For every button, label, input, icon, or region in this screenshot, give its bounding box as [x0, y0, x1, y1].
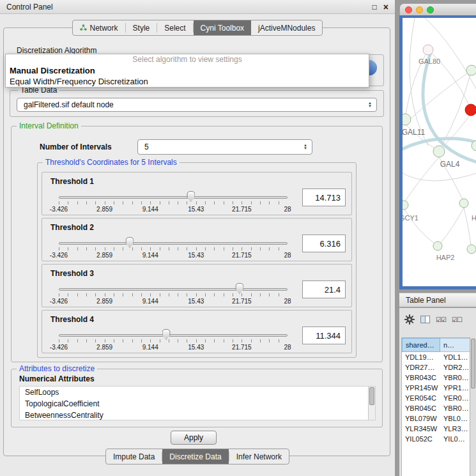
scale-label: 2.859 [96, 298, 112, 305]
tab-select[interactable]: Select [157, 20, 192, 35]
network-graph[interactable]: GAL80 GAL11 GAL4 GCY1 HAP2 H [403, 18, 476, 286]
threshold-1-slider[interactable]: -3.426 2.859 9.144 15.43 21.715 28 [59, 190, 288, 215]
scale-label: 28 [284, 344, 291, 351]
select-all-columns-icon[interactable]: ☑☑ [436, 316, 446, 323]
table-row[interactable]: YBR045CYBR0… [402, 403, 470, 413]
slider-track[interactable] [59, 196, 288, 199]
numerical-attributes-list[interactable]: SelfLoops TopologicalCoefficient Between… [19, 386, 376, 420]
slider-track[interactable] [59, 242, 288, 245]
table-row[interactable]: YPR145WYPR1… [402, 383, 470, 393]
cell[interactable]: YBR0… [440, 372, 470, 383]
scrollbar-thumb[interactable] [369, 387, 374, 405]
arrow-down-icon: ▼ [368, 105, 372, 108]
close-window-icon[interactable]: × [383, 3, 388, 11]
slider-thumb[interactable] [162, 329, 171, 340]
threshold-3-slider[interactable]: -3.426 2.859 9.144 15.43 21.715 28 [59, 282, 288, 307]
table-data-select[interactable]: galFiltered.sif default node ▲ ▼ [17, 98, 377, 112]
tab-network[interactable]: Network [73, 20, 125, 35]
tab-cyni-toolbox[interactable]: Cyni Toolbox [194, 20, 251, 35]
unselect-all-columns-icon[interactable]: ☑☐ [452, 316, 462, 323]
cell[interactable]: YDR27… [402, 362, 440, 372]
checkbox-checked-icon: ☑ [441, 316, 446, 323]
node-gcy1[interactable] [403, 201, 408, 210]
table-row[interactable]: YDL19…YDL1… [402, 352, 470, 362]
tab-jactivemodules[interactable]: jActiveMNodules [251, 20, 322, 35]
cell[interactable]: YER054C [402, 393, 440, 403]
algorithm-dropdown-popup: Select algorithm to view settings Manual… [5, 54, 369, 88]
scale-label: 15.43 [188, 206, 204, 213]
zoom-traffic-light[interactable] [427, 6, 434, 13]
scale-label: 9.144 [142, 252, 158, 259]
scrollbar-thumb[interactable] [471, 339, 475, 388]
minimize-traffic-light[interactable] [416, 6, 423, 13]
network-view-window: GAL80 GAL11 GAL4 GCY1 HAP2 H [399, 3, 476, 289]
threshold-3-value-input[interactable]: 21.4 [302, 280, 346, 298]
bottom-tab-group: Impute Data Discretize Data Infer Networ… [105, 449, 289, 464]
cell[interactable]: YLR3… [440, 424, 470, 434]
scale-label: 21.715 [232, 298, 252, 305]
table-panel-header[interactable]: Table Panel [399, 293, 476, 307]
network-window-titlebar[interactable] [399, 3, 476, 15]
close-traffic-light[interactable] [405, 6, 412, 13]
cell[interactable]: YIL052C [402, 434, 440, 444]
float-window-icon[interactable]: □ [372, 3, 377, 11]
gear-icon[interactable] [404, 314, 415, 325]
cell[interactable]: YPR145W [402, 383, 440, 393]
slider-track[interactable] [59, 288, 288, 291]
node-gal80[interactable] [423, 45, 433, 55]
dropdown-option-equal-width[interactable]: Equal Width/Frequency Discretization [6, 76, 369, 87]
table-row[interactable]: YLR345WYLR3… [402, 424, 470, 434]
tab-impute-data[interactable]: Impute Data [106, 449, 162, 464]
node-hap2[interactable] [433, 242, 442, 250]
list-item[interactable]: BetweennessCentrality [20, 410, 375, 420]
column-header-name[interactable]: n… [440, 338, 470, 352]
show-columns-icon[interactable] [420, 316, 430, 323]
cell[interactable]: YPR1… [440, 383, 470, 393]
cell[interactable]: YBL079W [402, 413, 440, 424]
cell[interactable]: YBR045C [402, 403, 440, 413]
column-header-shared-name[interactable]: shared… [402, 338, 440, 352]
tab-discretize-data[interactable]: Discretize Data [162, 449, 228, 464]
cell[interactable]: YDR2… [440, 362, 470, 372]
list-item[interactable]: TopologicalCoefficient [20, 398, 375, 410]
cell[interactable]: YDL1… [440, 352, 470, 362]
table-row[interactable]: YER054CYER0… [402, 393, 470, 403]
dropdown-option-manual-discretization[interactable]: Manual Discretization [6, 65, 369, 76]
tab-style[interactable]: Style [126, 20, 157, 35]
apply-button[interactable]: Apply [171, 431, 217, 445]
control-panel-titlebar[interactable]: Control Panel □ × [0, 0, 395, 14]
table-row[interactable]: YDR27…YDR2… [402, 362, 470, 372]
selected-red-node[interactable] [465, 104, 476, 116]
cell[interactable]: YIL0… [440, 434, 470, 444]
cell[interactable]: YBR043C [402, 372, 440, 383]
cell[interactable]: YBR0… [440, 403, 470, 413]
threshold-4-value-input[interactable]: 11.344 [302, 326, 346, 344]
cell[interactable]: YDL19… [402, 352, 440, 362]
node[interactable] [467, 245, 476, 254]
list-item[interactable]: SelfLoops [20, 387, 375, 398]
tab-infer-network[interactable]: Infer Network [229, 449, 289, 464]
slider-track[interactable] [59, 334, 288, 337]
node[interactable] [459, 199, 468, 208]
table-scrollbar[interactable] [470, 337, 476, 476]
table-row[interactable]: YBR043CYBR0… [402, 372, 470, 383]
node[interactable] [466, 65, 476, 75]
threshold-2-value-input[interactable]: 6.316 [302, 234, 346, 252]
cell[interactable]: YLR345W [402, 424, 440, 434]
scale-label: 9.144 [142, 298, 158, 305]
cell[interactable]: YBL0… [440, 413, 470, 424]
threshold-1-value-input[interactable]: 14.713 [302, 188, 346, 206]
node-gal4[interactable] [433, 146, 445, 157]
table-row[interactable]: YIL052CYIL0… [402, 434, 470, 444]
threshold-2-slider[interactable]: -3.426 2.859 9.144 15.43 21.715 28 [59, 236, 288, 261]
slider-thumb[interactable] [235, 283, 243, 294]
slider-thumb[interactable] [187, 191, 195, 202]
table-row[interactable]: YBL079WYBL0… [402, 413, 470, 424]
number-of-intervals-select[interactable]: 5 ▲ ▼ [137, 139, 312, 155]
threshold-4-slider[interactable]: -3.426 2.859 9.144 15.43 21.715 28 [59, 328, 288, 353]
list-scrollbar[interactable] [368, 387, 375, 420]
cell[interactable]: YER0… [440, 393, 470, 403]
node-gal11[interactable] [403, 114, 411, 125]
apply-button-label: Apply [184, 433, 203, 442]
slider-thumb[interactable] [125, 237, 134, 248]
